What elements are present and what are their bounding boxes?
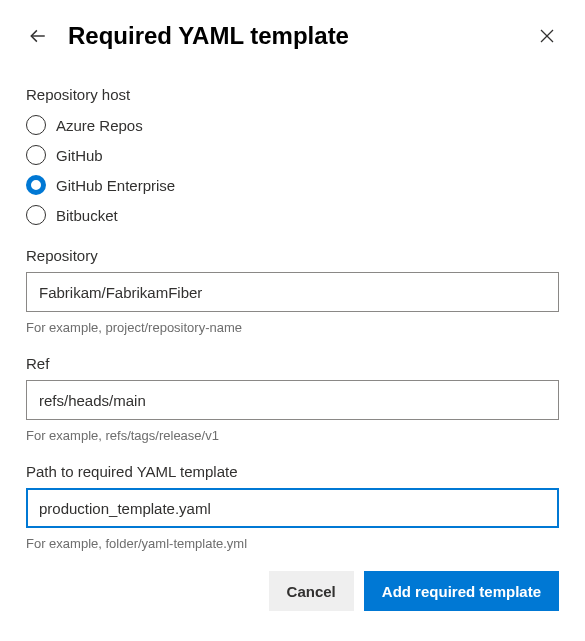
dialog-actions: Cancel Add required template xyxy=(26,571,559,611)
repository-input[interactable] xyxy=(26,272,559,312)
host-label: Repository host xyxy=(26,86,559,103)
back-button[interactable] xyxy=(26,24,50,48)
radio-github[interactable]: GitHub xyxy=(26,145,559,165)
radio-label: GitHub Enterprise xyxy=(56,177,175,194)
add-required-template-button[interactable]: Add required template xyxy=(364,571,559,611)
ref-label: Ref xyxy=(26,355,559,372)
repository-help: For example, project/repository-name xyxy=(26,320,559,335)
path-label: Path to required YAML template xyxy=(26,463,559,480)
radio-label: Bitbucket xyxy=(56,207,118,224)
radio-circle-icon xyxy=(26,115,46,135)
ref-field: Ref For example, refs/tags/release/v1 xyxy=(26,355,559,443)
ref-input[interactable] xyxy=(26,380,559,420)
repository-label: Repository xyxy=(26,247,559,264)
radio-circle-icon xyxy=(26,205,46,225)
radio-azure-repos[interactable]: Azure Repos xyxy=(26,115,559,135)
radio-github-enterprise[interactable]: GitHub Enterprise xyxy=(26,175,559,195)
host-radio-group: Azure Repos GitHub GitHub Enterprise Bit… xyxy=(26,115,559,225)
path-field: Path to required YAML template For examp… xyxy=(26,463,559,551)
radio-circle-icon xyxy=(26,145,46,165)
dialog-header: Required YAML template xyxy=(26,22,559,50)
dialog-title: Required YAML template xyxy=(68,22,535,50)
path-help: For example, folder/yaml-template.yml xyxy=(26,536,559,551)
repository-field: Repository For example, project/reposito… xyxy=(26,247,559,335)
radio-label: Azure Repos xyxy=(56,117,143,134)
arrow-left-icon xyxy=(29,27,47,45)
radio-bitbucket[interactable]: Bitbucket xyxy=(26,205,559,225)
ref-help: For example, refs/tags/release/v1 xyxy=(26,428,559,443)
radio-circle-selected-icon xyxy=(26,175,46,195)
cancel-button[interactable]: Cancel xyxy=(269,571,354,611)
path-input[interactable] xyxy=(26,488,559,528)
radio-label: GitHub xyxy=(56,147,103,164)
close-button[interactable] xyxy=(535,24,559,48)
close-icon xyxy=(540,29,554,43)
